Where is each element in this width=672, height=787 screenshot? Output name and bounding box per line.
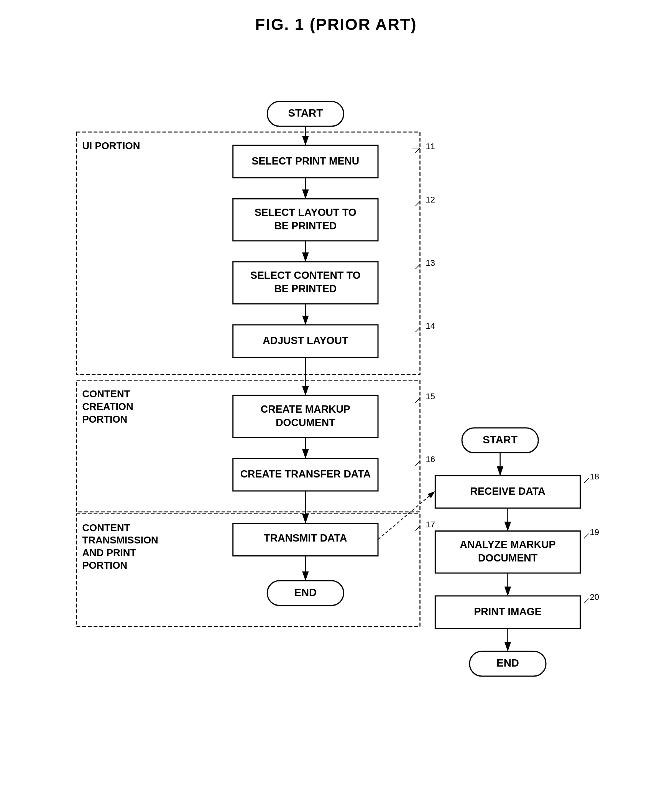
svg-text:ANALYZE MARKUP: ANALYZE MARKUP bbox=[460, 539, 556, 550]
svg-text:CREATION: CREATION bbox=[82, 401, 133, 412]
svg-line-71 bbox=[416, 265, 420, 269]
svg-line-74 bbox=[416, 461, 420, 466]
svg-rect-39 bbox=[435, 531, 580, 573]
page-title: FIG. 1 (PRIOR ART) bbox=[0, 0, 672, 34]
svg-rect-2 bbox=[76, 132, 420, 374]
svg-text:TRANSMIT DATA: TRANSMIT DATA bbox=[264, 532, 347, 544]
svg-rect-7 bbox=[233, 145, 378, 178]
svg-text:PORTION: PORTION bbox=[82, 560, 127, 571]
svg-text:CONTENT: CONTENT bbox=[82, 522, 130, 533]
svg-text:17: 17 bbox=[426, 520, 435, 529]
svg-text:CREATE MARKUP: CREATE MARKUP bbox=[261, 403, 350, 415]
svg-text:CREATE TRANSFER DATA: CREATE TRANSFER DATA bbox=[240, 468, 371, 480]
svg-text:BE PRINTED: BE PRINTED bbox=[274, 220, 337, 232]
svg-text:UI PORTION: UI PORTION bbox=[82, 140, 140, 151]
svg-rect-4 bbox=[76, 514, 420, 627]
svg-text:12: 12 bbox=[426, 195, 435, 204]
diagram-container: START SELECT PRINT MENU 11 SELECT LAYOUT… bbox=[31, 42, 641, 772]
svg-text:20: 20 bbox=[590, 592, 599, 602]
svg-rect-34 bbox=[462, 428, 538, 453]
svg-rect-22 bbox=[233, 395, 378, 438]
svg-line-69 bbox=[416, 148, 420, 153]
svg-line-70 bbox=[416, 201, 420, 206]
svg-text:START: START bbox=[483, 434, 518, 446]
svg-text:END: END bbox=[294, 586, 317, 598]
svg-line-68 bbox=[378, 492, 434, 539]
svg-text:SELECT PRINT MENU: SELECT PRINT MENU bbox=[251, 155, 359, 167]
svg-text:AND PRINT: AND PRINT bbox=[82, 547, 136, 558]
svg-text:RECEIVE DATA: RECEIVE DATA bbox=[470, 486, 545, 497]
svg-text:PORTION: PORTION bbox=[82, 414, 127, 425]
svg-rect-46 bbox=[470, 651, 546, 676]
svg-rect-32 bbox=[267, 581, 343, 606]
svg-text:DOCUMENT: DOCUMENT bbox=[478, 552, 538, 564]
svg-text:TRANSMISSION: TRANSMISSION bbox=[82, 535, 158, 545]
svg-text:CONTENT: CONTENT bbox=[82, 389, 130, 399]
svg-text:SELECT CONTENT TO: SELECT CONTENT TO bbox=[250, 270, 361, 281]
svg-rect-29 bbox=[233, 524, 378, 556]
svg-text:ADJUST LAYOUT: ADJUST LAYOUT bbox=[263, 335, 348, 346]
svg-rect-19 bbox=[233, 325, 378, 357]
svg-text:19: 19 bbox=[590, 527, 599, 537]
svg-text:DOCUMENT: DOCUMENT bbox=[276, 417, 335, 428]
svg-rect-5 bbox=[267, 102, 343, 127]
svg-text:13: 13 bbox=[426, 258, 435, 268]
svg-line-76 bbox=[584, 478, 589, 483]
svg-text:END: END bbox=[496, 657, 519, 669]
svg-line-78 bbox=[584, 599, 589, 603]
svg-line-73 bbox=[416, 398, 420, 403]
svg-text:PRINT IMAGE: PRINT IMAGE bbox=[474, 606, 541, 617]
svg-text:BE PRINTED: BE PRINTED bbox=[274, 283, 337, 295]
svg-text:14: 14 bbox=[426, 321, 435, 331]
svg-text:START: START bbox=[288, 107, 323, 119]
svg-rect-36 bbox=[435, 476, 580, 508]
svg-text:18: 18 bbox=[590, 472, 599, 481]
svg-line-75 bbox=[416, 526, 420, 531]
svg-text:16: 16 bbox=[426, 454, 435, 464]
svg-rect-3 bbox=[76, 380, 420, 512]
svg-line-77 bbox=[584, 534, 589, 538]
svg-text:SELECT LAYOUT TO: SELECT LAYOUT TO bbox=[255, 207, 357, 218]
svg-text:11: 11 bbox=[426, 142, 435, 151]
svg-text:15: 15 bbox=[426, 392, 435, 401]
svg-line-72 bbox=[416, 328, 420, 332]
svg-rect-43 bbox=[435, 596, 580, 629]
svg-rect-15 bbox=[233, 262, 378, 304]
svg-rect-26 bbox=[233, 458, 378, 491]
svg-rect-11 bbox=[233, 199, 378, 241]
